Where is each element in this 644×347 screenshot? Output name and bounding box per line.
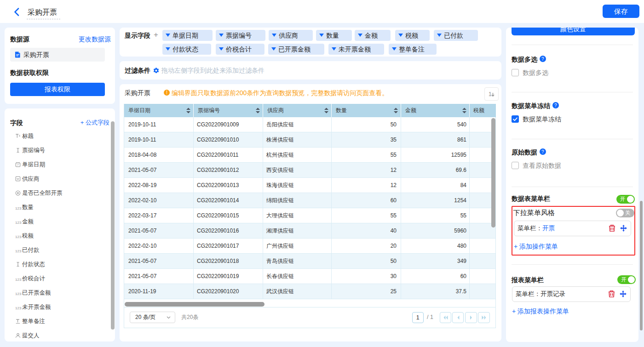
svg-text:7: 7 bbox=[17, 164, 19, 166]
svg-text:1: 1 bbox=[489, 91, 492, 97]
svg-text:?: ? bbox=[554, 103, 557, 108]
svg-text:?: ? bbox=[541, 57, 544, 62]
svg-text:?: ? bbox=[541, 149, 544, 154]
